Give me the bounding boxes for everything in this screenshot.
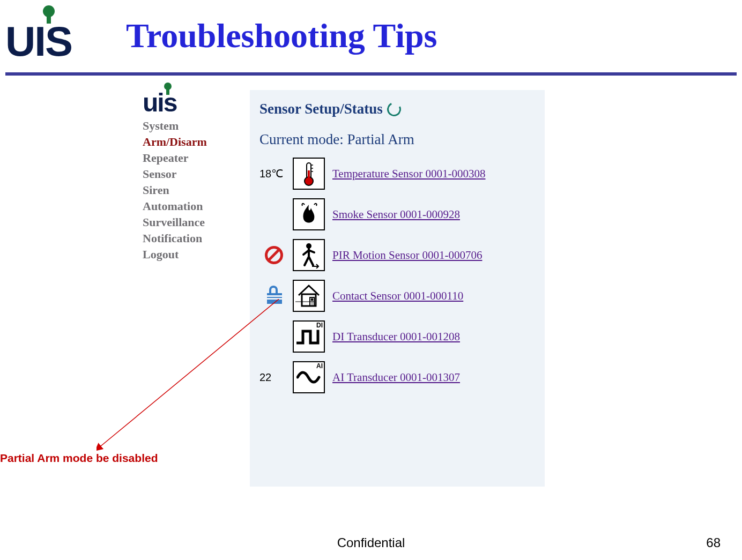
refresh-icon[interactable]	[385, 100, 403, 118]
slide-logo-text: UIS	[5, 17, 72, 66]
sensor-link-temperature[interactable]: Temperature Sensor 0001-000308	[332, 167, 485, 181]
app-logo: uis	[143, 90, 250, 116]
sensor-row-ai: 22 AI AI Transducer 0001-001307	[259, 357, 535, 398]
sidebar-item-arm-disarm[interactable]: Arm/Disarm	[143, 135, 250, 149]
lock-icon	[267, 293, 282, 304]
app-main-panel: Sensor Setup/Status Current mode: Partia…	[250, 90, 545, 487]
app-sidebar: uis System Arm/Disarm Repeater Sensor Si…	[143, 90, 250, 487]
sensor-status-pir	[259, 246, 293, 264]
sidebar-item-logout[interactable]: Logout	[143, 248, 250, 262]
sensor-link-contact[interactable]: Contact Sensor 0001-000110	[332, 289, 463, 303]
sensor-row-temperature: 18℃ Temperature Sensor 0001-000308	[259, 153, 535, 194]
di-icon: DI	[293, 320, 325, 353]
sensor-row-di: DI DI Transducer 0001-001208	[259, 316, 535, 357]
thermometer-icon	[293, 158, 325, 190]
app-screenshot: uis System Arm/Disarm Repeater Sensor Si…	[143, 90, 545, 487]
current-mode: Current mode: Partial Arm	[259, 131, 535, 148]
ai-icon: AI	[293, 361, 325, 393]
sensor-row-pir: PIR Motion Sensor 0001-000706	[259, 235, 535, 275]
sidebar-item-automation[interactable]: Automation	[143, 199, 250, 213]
sensor-row-contact: Contact Sensor 0001-000110	[259, 275, 535, 316]
app-logo-text: uis	[143, 88, 176, 117]
motion-icon	[293, 239, 325, 271]
sensor-link-pir[interactable]: PIR Motion Sensor 0001-000706	[332, 249, 482, 262]
sidebar-item-surveillance[interactable]: Surveillance	[143, 215, 250, 229]
sensor-link-di[interactable]: DI Transducer 0001-001208	[332, 330, 460, 344]
slide-logo: UIS	[5, 5, 91, 62]
sensor-status-temperature: 18℃	[259, 167, 293, 180]
panel-title-text: Sensor Setup/Status	[259, 101, 383, 117]
sidebar-item-repeater[interactable]: Repeater	[143, 151, 250, 165]
footer-confidential: Confidential	[0, 535, 742, 550]
callout-text: Partial Arm mode be disabled	[0, 452, 158, 465]
svg-rect-2	[308, 170, 310, 180]
svg-rect-11	[311, 298, 313, 301]
sensor-row-smoke: Smoke Sensor 0001-000928	[259, 194, 535, 235]
prohibit-icon	[265, 246, 283, 264]
footer-page-number: 68	[706, 535, 721, 550]
sensor-status-ai: 22	[259, 371, 293, 384]
sensor-link-smoke[interactable]: Smoke Sensor 0001-000928	[332, 208, 460, 221]
sensor-link-ai[interactable]: AI Transducer 0001-001307	[332, 371, 460, 384]
slide-title: Troubleshooting Tips	[126, 16, 437, 56]
panel-title: Sensor Setup/Status	[259, 101, 535, 117]
divider	[5, 72, 737, 76]
sidebar-item-system[interactable]: System	[143, 119, 250, 133]
sidebar-item-sensor[interactable]: Sensor	[143, 167, 250, 181]
house-icon	[293, 280, 325, 312]
sensor-status-contact	[259, 288, 293, 304]
sidebar-item-notification[interactable]: Notification	[143, 232, 250, 245]
sidebar-item-siren[interactable]: Siren	[143, 183, 250, 197]
fire-icon	[293, 198, 325, 230]
